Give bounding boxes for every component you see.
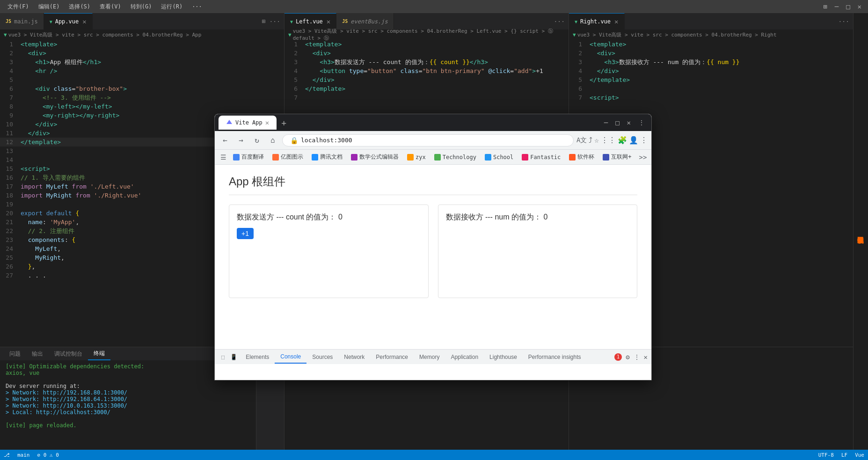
window-minimize-icon[interactable]: ─ [832, 3, 841, 10]
tab-app-vue[interactable]: ▼ App.vue ✕ [44, 13, 93, 29]
forward-icon[interactable]: → [234, 134, 248, 147]
browser-tab-vite-app[interactable]: Vite App ✕ [219, 116, 277, 130]
devtools-more-icon[interactable]: ⋮ [634, 353, 640, 361]
bookmark-others[interactable]: 其他书签 [650, 152, 651, 162]
bookmark-fantastic[interactable]: Fantastic [518, 153, 564, 162]
browser-maximize-icon[interactable]: □ [613, 119, 622, 126]
menu-view[interactable]: 查看(V) [96, 2, 125, 12]
tab-left-vue[interactable]: ▼ Left.vue ✕ [284, 13, 336, 29]
bookmark-icon [603, 154, 609, 161]
console-error-badge: 1 [614, 353, 622, 361]
js-icon: JS [6, 19, 11, 24]
devtools-tab-console[interactable]: Console [275, 350, 306, 364]
menu-goto[interactable]: 转到(G) [127, 2, 156, 12]
new-tab-icon[interactable]: + [278, 118, 289, 128]
menu-file[interactable]: 文件(F) [4, 2, 33, 12]
vue-icon-2: ▼ [290, 19, 293, 24]
terminal-line: > Network: http://10.0.163.153:3000/ [6, 402, 250, 409]
devtools-tab-performance-insights[interactable]: Performance insights [523, 351, 587, 363]
browser-minimize-icon[interactable]: ─ [601, 119, 611, 126]
devtools-close-icon[interactable]: ✕ [644, 353, 648, 361]
browser-profile-icon[interactable]: 👤 [629, 136, 638, 145]
code-line: 1<template> [569, 40, 853, 49]
bookmark-baidu[interactable]: 百度翻译 [229, 152, 268, 162]
bookmark-tencent[interactable]: 腾讯文档 [308, 152, 346, 162]
file-encoding: UTF-8 [818, 452, 834, 458]
code-line: 1<template> [284, 40, 569, 49]
devtools-tab-memory[interactable]: Memory [414, 351, 445, 363]
devtools-tab-elements[interactable]: Elements [240, 351, 275, 363]
browser-extensions-icon[interactable]: 🧩 [618, 136, 627, 145]
tab-right-vue[interactable]: ▼ Right.vue ✕ [569, 13, 625, 29]
tab-close-left-vue[interactable]: ✕ [327, 18, 330, 25]
more-actions-3-icon[interactable]: ··· [839, 18, 849, 25]
devtools-tab-sources[interactable]: Sources [306, 351, 338, 363]
right-component-label: 数据接收方 --- num 的值为： 0 [446, 212, 630, 222]
devtools-tab-performance[interactable]: Performance [370, 351, 414, 363]
bookmark-icon [569, 154, 576, 161]
language-mode[interactable]: Vue [855, 452, 864, 458]
split-editor-icon[interactable]: ⊞ [262, 18, 266, 25]
line-ending: LF [841, 452, 847, 458]
devtools-inspect-icon[interactable]: ⬚ [219, 354, 227, 360]
components-row: 数据发送方 --- count 的值为： 0 +1 数据接收方 --- num … [229, 204, 637, 298]
bookmark-zyx[interactable]: zyx [403, 153, 430, 162]
browser-settings-icon[interactable]: ⋮⋮ [601, 136, 616, 145]
git-branch-name: main [17, 452, 30, 458]
browser-menu-icon[interactable]: ⋮ [640, 136, 648, 145]
bookmark-internet-plus[interactable]: 互联网+ [599, 152, 635, 162]
tab-output[interactable]: 输出 [26, 348, 49, 360]
translate-icon[interactable]: A文 [576, 136, 587, 145]
browser-close-icon[interactable]: ✕ [624, 119, 634, 126]
devtools-tab-application[interactable]: Application [445, 351, 484, 363]
share-icon[interactable]: ⤴ [589, 136, 592, 145]
devtools-settings-icon[interactable]: ⚙ [626, 353, 629, 361]
browser-tab-close-icon[interactable]: ✕ [265, 119, 269, 126]
bookmark-software-cup[interactable]: 软件杯 [565, 152, 598, 162]
plus-one-button[interactable]: +1 [237, 228, 254, 239]
browser-restore-icon[interactable]: ⋮ [635, 119, 648, 126]
tab-main-js[interactable]: JS main.js [0, 13, 44, 29]
vite-icon [226, 119, 233, 126]
svg-marker-0 [226, 120, 232, 124]
tab-eventbus-js[interactable]: JS eventBus.js [336, 13, 394, 29]
bookmark-yitu[interactable]: 亿图图示 [269, 152, 307, 162]
window-split-icon[interactable]: ⊞ [820, 3, 830, 10]
devtools-device-icon[interactable]: 📱 [227, 354, 240, 360]
address-bar[interactable]: 🔒 localhost:3000 [282, 134, 574, 146]
code-line: 3 <h3>数据发送方 --- count 的值为：{{ count }}</h… [284, 58, 569, 66]
bookmark-school[interactable]: School [481, 153, 517, 162]
bookmark-icon [312, 154, 318, 161]
bookmark-math[interactable]: 数学公式编辑器 [347, 152, 402, 162]
bookmarks-more-icon[interactable]: >> [636, 152, 650, 162]
menu-more[interactable]: ··· [188, 2, 206, 11]
window-maximize-icon[interactable]: □ [843, 3, 853, 10]
home-icon[interactable]: ⌂ [266, 134, 279, 147]
bookmarks-menu-icon[interactable]: ☰ [219, 153, 228, 161]
code-line: 2 <div> [0, 49, 284, 58]
reload-icon[interactable]: ↻ [250, 134, 263, 147]
more-actions-2-icon[interactable]: ··· [554, 18, 565, 25]
favorites-icon[interactable]: ☆ [594, 136, 599, 145]
browser-content: App 根组件 数据发送方 --- count 的值为： 0 +1 数据接收方 … [215, 165, 651, 349]
menu-edit[interactable]: 编辑(E) [35, 2, 64, 12]
tab-close-app-vue[interactable]: ✕ [82, 18, 86, 25]
back-icon[interactable]: ← [219, 134, 232, 147]
editor-tabs-1: JS main.js ▼ App.vue ✕ ⊞ ··· [0, 13, 284, 29]
tab-problems[interactable]: 问题 [4, 348, 26, 360]
bookmark-technology[interactable]: Technology [430, 153, 480, 162]
tab-close-right-vue[interactable]: ✕ [614, 18, 618, 25]
code-line: 8 <my-left></my-left> [0, 102, 284, 111]
breadcrumb-2: ▼ vue3 > Vite高级 > vite > src > component… [284, 29, 569, 40]
menu-run[interactable]: 运行(R) [157, 2, 186, 12]
errors-warnings[interactable]: ⊘ 0 ⚠ 0 [37, 452, 59, 458]
tab-terminal[interactable]: 终端 [88, 348, 110, 360]
more-actions-icon[interactable]: ··· [270, 18, 280, 25]
devtools-tab-lighthouse[interactable]: Lighthouse [484, 351, 523, 363]
menu-select[interactable]: 选择(S) [65, 2, 94, 12]
tab-debug-console[interactable]: 调试控制台 [49, 348, 88, 360]
window-close-icon[interactable]: ✕ [855, 3, 864, 10]
devtools-tab-network[interactable]: Network [338, 351, 370, 363]
git-branch-icon[interactable]: ⎇ [4, 452, 10, 458]
bookmark-icon [351, 154, 357, 161]
